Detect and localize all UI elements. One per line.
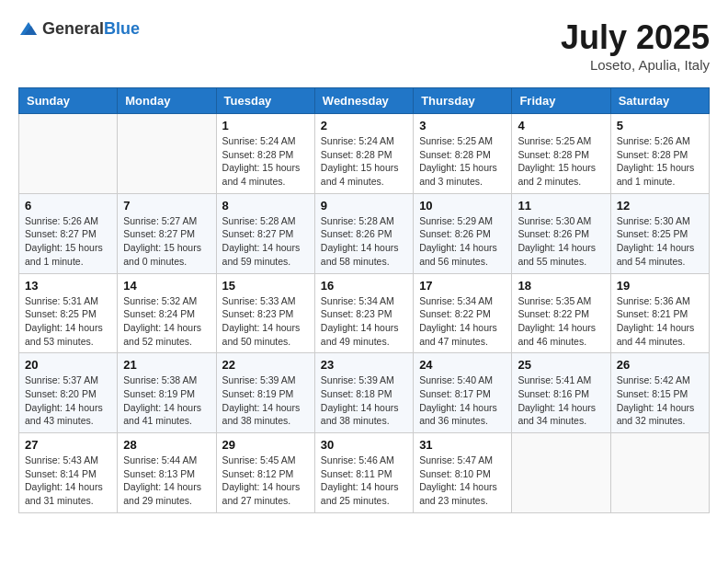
day-info: Sunrise: 5:33 AMSunset: 8:23 PMDaylight:… <box>222 294 309 349</box>
day-info: Sunrise: 5:42 AMSunset: 8:15 PMDaylight:… <box>617 373 703 428</box>
day-info: Sunrise: 5:43 AMSunset: 8:14 PMDaylight:… <box>25 454 111 508</box>
day-number: 9 <box>321 199 407 213</box>
calendar-cell: 26Sunrise: 5:42 AMSunset: 8:15 PMDayligh… <box>610 353 709 433</box>
calendar-table: SundayMondayTuesdayWednesdayThursdayFrid… <box>18 87 710 513</box>
calendar-cell: 28Sunrise: 5:44 AMSunset: 8:13 PMDayligh… <box>118 433 216 513</box>
calendar-cell: 1Sunrise: 5:24 AMSunset: 8:28 PMDaylight… <box>216 114 314 194</box>
calendar-cell: 7Sunrise: 5:27 AMSunset: 8:27 PMDaylight… <box>118 193 216 273</box>
day-number: 2 <box>321 119 407 132</box>
calendar-cell: 21Sunrise: 5:38 AMSunset: 8:19 PMDayligh… <box>118 353 216 433</box>
day-number: 5 <box>617 119 703 132</box>
month-title: July 2025 <box>561 18 710 57</box>
day-info: Sunrise: 5:26 AMSunset: 8:27 PMDaylight:… <box>25 214 111 269</box>
day-number: 12 <box>617 199 703 213</box>
location-title: Loseto, Apulia, Italy <box>561 57 710 73</box>
day-number: 24 <box>419 358 506 372</box>
calendar-cell: 3Sunrise: 5:25 AMSunset: 8:28 PMDaylight… <box>414 114 512 194</box>
week-row-4: 20Sunrise: 5:37 AMSunset: 8:20 PMDayligh… <box>19 353 710 433</box>
day-number: 14 <box>123 279 210 293</box>
day-number: 25 <box>518 358 604 372</box>
weekday-header-row: SundayMondayTuesdayWednesdayThursdayFrid… <box>19 88 710 114</box>
day-info: Sunrise: 5:24 AMSunset: 8:28 PMDaylight:… <box>321 134 407 189</box>
day-number: 28 <box>123 438 210 452</box>
day-number: 26 <box>617 358 703 372</box>
calendar-cell: 14Sunrise: 5:32 AMSunset: 8:24 PMDayligh… <box>118 273 216 353</box>
day-number: 17 <box>419 279 506 293</box>
day-info: Sunrise: 5:47 AMSunset: 8:10 PMDaylight:… <box>419 454 506 508</box>
day-info: Sunrise: 5:24 AMSunset: 8:28 PMDaylight:… <box>222 134 309 189</box>
day-info: Sunrise: 5:34 AMSunset: 8:22 PMDaylight:… <box>419 294 506 349</box>
calendar-cell <box>512 433 610 513</box>
day-number: 22 <box>222 358 309 372</box>
page-header: GeneralBlue July 2025 Loseto, Apulia, It… <box>18 18 710 73</box>
calendar-cell: 13Sunrise: 5:31 AMSunset: 8:25 PMDayligh… <box>19 273 118 353</box>
day-info: Sunrise: 5:35 AMSunset: 8:22 PMDaylight:… <box>518 294 604 349</box>
calendar-cell: 15Sunrise: 5:33 AMSunset: 8:23 PMDayligh… <box>216 273 314 353</box>
week-row-3: 13Sunrise: 5:31 AMSunset: 8:25 PMDayligh… <box>19 273 710 353</box>
day-info: Sunrise: 5:29 AMSunset: 8:26 PMDaylight:… <box>419 214 506 269</box>
calendar-cell: 8Sunrise: 5:28 AMSunset: 8:27 PMDaylight… <box>216 193 314 273</box>
week-row-2: 6Sunrise: 5:26 AMSunset: 8:27 PMDaylight… <box>19 193 710 273</box>
week-row-5: 27Sunrise: 5:43 AMSunset: 8:14 PMDayligh… <box>19 433 710 513</box>
day-info: Sunrise: 5:39 AMSunset: 8:19 PMDaylight:… <box>222 373 309 428</box>
day-number: 18 <box>518 279 604 293</box>
calendar-cell <box>19 114 118 194</box>
calendar-cell <box>118 114 216 194</box>
calendar-cell: 18Sunrise: 5:35 AMSunset: 8:22 PMDayligh… <box>512 273 610 353</box>
day-number: 15 <box>222 279 309 293</box>
weekday-header-wednesday: Wednesday <box>314 88 413 114</box>
week-row-1: 1Sunrise: 5:24 AMSunset: 8:28 PMDaylight… <box>19 114 710 194</box>
day-number: 30 <box>321 438 407 452</box>
day-info: Sunrise: 5:32 AMSunset: 8:24 PMDaylight:… <box>123 294 210 349</box>
day-number: 3 <box>419 119 506 132</box>
day-number: 7 <box>123 199 210 213</box>
calendar-cell: 5Sunrise: 5:26 AMSunset: 8:28 PMDaylight… <box>610 114 709 194</box>
logo: GeneralBlue <box>18 18 140 39</box>
day-number: 16 <box>321 279 407 293</box>
calendar-cell: 17Sunrise: 5:34 AMSunset: 8:22 PMDayligh… <box>414 273 512 353</box>
calendar-cell: 22Sunrise: 5:39 AMSunset: 8:19 PMDayligh… <box>216 353 314 433</box>
day-number: 20 <box>25 358 111 372</box>
calendar-cell: 29Sunrise: 5:45 AMSunset: 8:12 PMDayligh… <box>216 433 314 513</box>
weekday-header-friday: Friday <box>512 88 610 114</box>
day-number: 21 <box>123 358 210 372</box>
day-number: 13 <box>25 279 111 293</box>
day-info: Sunrise: 5:30 AMSunset: 8:26 PMDaylight:… <box>518 214 604 269</box>
calendar-cell: 27Sunrise: 5:43 AMSunset: 8:14 PMDayligh… <box>19 433 118 513</box>
calendar-cell <box>610 433 709 513</box>
calendar-cell: 10Sunrise: 5:29 AMSunset: 8:26 PMDayligh… <box>414 193 512 273</box>
weekday-header-sunday: Sunday <box>19 88 118 114</box>
day-info: Sunrise: 5:37 AMSunset: 8:20 PMDaylight:… <box>25 373 111 428</box>
day-info: Sunrise: 5:34 AMSunset: 8:23 PMDaylight:… <box>321 294 407 349</box>
calendar-cell: 25Sunrise: 5:41 AMSunset: 8:16 PMDayligh… <box>512 353 610 433</box>
calendar-cell: 20Sunrise: 5:37 AMSunset: 8:20 PMDayligh… <box>19 353 118 433</box>
day-info: Sunrise: 5:40 AMSunset: 8:17 PMDaylight:… <box>419 373 506 428</box>
day-info: Sunrise: 5:28 AMSunset: 8:26 PMDaylight:… <box>321 214 407 269</box>
day-number: 8 <box>222 199 309 213</box>
calendar-cell: 4Sunrise: 5:25 AMSunset: 8:28 PMDaylight… <box>512 114 610 194</box>
day-info: Sunrise: 5:45 AMSunset: 8:12 PMDaylight:… <box>222 454 309 508</box>
day-number: 4 <box>518 119 604 132</box>
day-info: Sunrise: 5:25 AMSunset: 8:28 PMDaylight:… <box>518 134 604 189</box>
calendar-cell: 2Sunrise: 5:24 AMSunset: 8:28 PMDaylight… <box>314 114 413 194</box>
day-info: Sunrise: 5:44 AMSunset: 8:13 PMDaylight:… <box>123 454 210 508</box>
day-info: Sunrise: 5:25 AMSunset: 8:28 PMDaylight:… <box>419 134 506 189</box>
logo-text: GeneralBlue <box>42 19 140 39</box>
weekday-header-saturday: Saturday <box>610 88 709 114</box>
day-number: 29 <box>222 438 309 452</box>
calendar-cell: 16Sunrise: 5:34 AMSunset: 8:23 PMDayligh… <box>314 273 413 353</box>
day-number: 1 <box>222 119 309 132</box>
day-info: Sunrise: 5:38 AMSunset: 8:19 PMDaylight:… <box>123 373 210 428</box>
day-info: Sunrise: 5:46 AMSunset: 8:11 PMDaylight:… <box>321 454 407 508</box>
day-info: Sunrise: 5:36 AMSunset: 8:21 PMDaylight:… <box>617 294 703 349</box>
calendar-cell: 30Sunrise: 5:46 AMSunset: 8:11 PMDayligh… <box>314 433 413 513</box>
calendar-cell: 6Sunrise: 5:26 AMSunset: 8:27 PMDaylight… <box>19 193 118 273</box>
weekday-header-monday: Monday <box>118 88 216 114</box>
calendar-cell: 12Sunrise: 5:30 AMSunset: 8:25 PMDayligh… <box>610 193 709 273</box>
day-info: Sunrise: 5:39 AMSunset: 8:18 PMDaylight:… <box>321 373 407 428</box>
day-number: 31 <box>419 438 506 452</box>
calendar-cell: 11Sunrise: 5:30 AMSunset: 8:26 PMDayligh… <box>512 193 610 273</box>
weekday-header-tuesday: Tuesday <box>216 88 314 114</box>
day-number: 11 <box>518 199 604 213</box>
calendar-cell: 19Sunrise: 5:36 AMSunset: 8:21 PMDayligh… <box>610 273 709 353</box>
